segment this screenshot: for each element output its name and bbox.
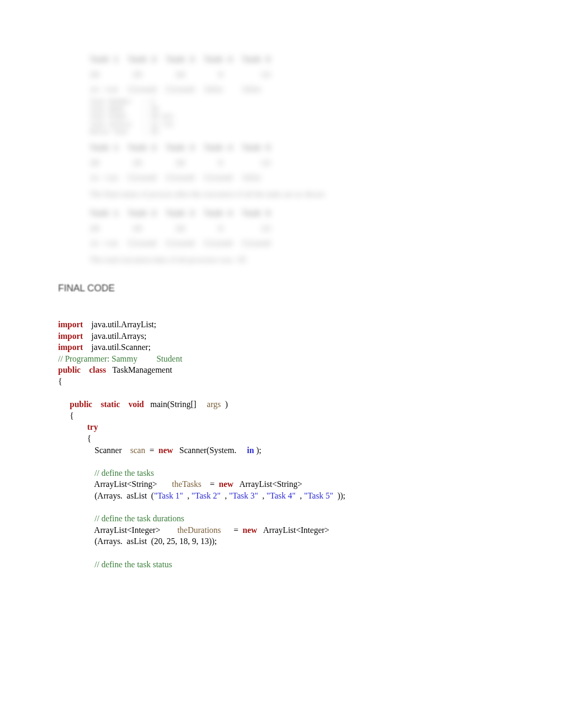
brace: { (87, 434, 91, 443)
keyword-try: try (87, 422, 98, 431)
var-scan: scan (130, 446, 145, 455)
tasks-decl: ArrayList<String> (92, 480, 172, 489)
string-task3: "Task 3" (229, 491, 258, 500)
equals: = (145, 446, 158, 455)
blurred-header-row: Task 1 Task 2 Task 3 Task 4 Task 5 (90, 53, 503, 68)
blurred-values-row-3: 20 25 18 9 13 (90, 222, 503, 237)
blurred-status-row-2: in run Closed Closed Closed Idle (90, 171, 503, 187)
durations-decl: ArrayList<Integer> (92, 526, 177, 535)
keyword-new: new (242, 526, 257, 535)
comma: , (258, 491, 267, 500)
keyword-import: import (58, 331, 83, 340)
string-task1: "Task 1" (154, 491, 183, 500)
blurred-status-row-3: in run Closed Closed Closed Closed (90, 237, 503, 252)
string-task5: "Task 5" (304, 491, 333, 500)
main-signature: main(String[] (144, 400, 207, 409)
keyword-new: new (219, 480, 233, 489)
equals: = (221, 526, 242, 535)
import-text: java.util.ArrayList; (83, 320, 156, 329)
keyword-import: import (58, 343, 83, 352)
main-signature-end: ) (221, 400, 228, 409)
keyword-public: public (58, 365, 81, 374)
keyword-class: class (89, 365, 106, 374)
keyword-new: new (158, 446, 173, 455)
import-text: java.util.Scanner; (83, 343, 151, 352)
comment-programmer: // Programmer: Sammy Student (58, 354, 182, 363)
arrays-aslist: (Arrays. asList ( (92, 491, 154, 500)
system-in: in (247, 446, 254, 455)
comment-define-tasks: // define the tasks (92, 468, 154, 477)
blurred-mid-text: The final status of process after the ex… (90, 187, 503, 202)
blurred-total-text: The total execution time of all processe… (90, 252, 503, 268)
keyword-void: void (128, 400, 144, 409)
keyword-static: static (101, 400, 120, 409)
durations-values: (Arrays. asList (20, 25, 18, 9, 13)); (92, 537, 217, 546)
blurred-header-row-3: Task 1 Task 2 Task 3 Task 4 Task 5 (90, 207, 503, 222)
scanner-end: ); (254, 446, 261, 455)
blurred-values-row: 20 25 18 9 13 (90, 68, 503, 84)
durations-type: ArrayList<Integer> (257, 526, 330, 535)
blurred-header-row-2: Task 1 Task 2 Task 3 Task 4 Task 5 (90, 141, 503, 156)
list-end: )); (333, 491, 345, 500)
comma: , (183, 491, 191, 500)
final-code-heading: FINAL CODE (58, 283, 503, 294)
var-theDurations: theDurations (177, 526, 221, 535)
var-theTasks: theTasks (172, 480, 201, 489)
scanner-decl: Scanner (92, 446, 130, 455)
blurred-meta-block: Task Number : 1 Task Name : 20 Task Powe… (90, 98, 503, 136)
import-text: java.util.Arrays; (83, 331, 146, 340)
blurred-output-block: Task 1 Task 2 Task 3 Task 4 Task 5 20 25… (90, 53, 503, 267)
comment-define-status: // define the task status (92, 560, 172, 569)
brace: { (70, 411, 74, 420)
comment-define-durations: // define the task durations (92, 514, 184, 523)
comma: , (296, 491, 304, 500)
tasks-type: ArrayList<String> (233, 480, 302, 489)
spacer (90, 136, 503, 141)
string-task4: "Task 4" (267, 491, 296, 500)
brace: { (58, 377, 62, 386)
comma: , (221, 491, 229, 500)
keyword-import: import (58, 320, 83, 329)
string-task2: "Task 2" (191, 491, 220, 500)
document-page: Task 1 Task 2 Task 3 Task 4 Task 5 20 25… (0, 0, 561, 728)
scanner-ctor: Scanner(System. (173, 446, 247, 455)
blurred-status-row-1: in run Closed Closed Idle Idle (90, 83, 503, 98)
blurred-values-row-2: 20 25 18 9 13 (90, 156, 503, 172)
code-block: import java.util.ArrayList; import java.… (58, 307, 503, 581)
param-args: args (207, 400, 221, 409)
class-name: TaskManagement (106, 365, 172, 374)
spacer (90, 201, 503, 207)
keyword-public: public (70, 400, 92, 409)
equals: = (201, 480, 219, 489)
